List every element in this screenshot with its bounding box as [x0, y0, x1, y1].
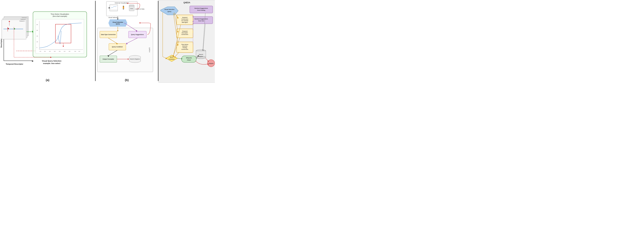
q4eda-side-label: Q4EDA [148, 47, 150, 52]
svg-text:Outputs: Outputs [208, 63, 214, 64]
visual-selection-label: Visual Selection [107, 17, 120, 18]
svg-text:0: 0 [36, 47, 37, 48]
svg-text:Combiner: Combiner [169, 58, 174, 60]
svg-rect-26 [110, 5, 118, 10]
mini-left-arrow [108, 6, 110, 9]
ext-viz-inner: 🧍 Data [106, 4, 137, 11]
svg-text:Wikipedia: Wikipedia [186, 57, 192, 59]
svg-text:Time-Series: Time-Series [182, 44, 188, 45]
data-type-conversion-box: Data-Type Conversion [100, 31, 117, 38]
svg-text:1830: 1830 [49, 51, 51, 52]
svg-rect-54 [176, 15, 193, 25]
data-label: Data [130, 8, 133, 9]
svg-text:Conversion: Conversion [182, 34, 188, 35]
dataset-1-card: Dataset 1 [2, 20, 26, 39]
query-suggestions-box: Query Suggestions [128, 31, 146, 38]
query-combiner-box: Query Combiner [109, 43, 126, 50]
svg-text:Nominal Suggestions: Nominal Suggestions [194, 18, 208, 20]
svg-line-95 [163, 57, 166, 58]
svg-line-101 [175, 52, 179, 57]
part-a: Categorical Descriptor Temporal Descript… [0, 0, 95, 83]
svg-text:40: 40 [36, 35, 38, 37]
person-icon: 🧍 [121, 6, 126, 10]
svg-text:Descriptor: Descriptor [182, 32, 188, 34]
svg-text:Keyword: Keyword [182, 17, 188, 18]
svg-text:1920: 1920 [64, 51, 66, 52]
ext-viz-box: External Visualization [106, 1, 138, 16]
search-engines-container: Search Engines [128, 55, 142, 63]
svg-rect-71 [182, 56, 196, 62]
part-c: Q4EDA Visual Selection Query Nominal Sug… [158, 0, 215, 83]
svg-text:60: 60 [36, 30, 38, 31]
axis-line-horizontal [4, 61, 32, 61]
main-container: Categorical Descriptor Temporal Descript… [0, 0, 215, 83]
ext-viz-title: External Visualization [106, 1, 137, 4]
ts-visualization-box: Time-Series Visualization(line-chart exa… [33, 11, 87, 57]
part-label-a: (a) [46, 78, 49, 82]
svg-text:1860: 1860 [54, 51, 56, 52]
svg-marker-42 [139, 22, 140, 23]
svg-text:Visual Selection: Visual Selection [164, 9, 174, 10]
part-b: External Visualization [96, 0, 158, 83]
svg-text:Engine: Engine [199, 56, 203, 57]
svg-text:80: 80 [36, 24, 38, 25]
svg-text:Search: Search [199, 54, 203, 55]
arrow-right-icon [32, 60, 34, 62]
output-formatter-box: Output Formatter [100, 56, 117, 63]
data-cylinder: Data [129, 5, 134, 11]
dataset-1-label: Dataset 1 [20, 20, 25, 22]
svg-text:Selected: Selected [182, 45, 188, 47]
part-label-b: (b) [125, 78, 129, 82]
svg-text:from Text: from Text [198, 20, 204, 22]
svg-text:Output: Output [187, 59, 191, 61]
svg-text:Query: Query [168, 11, 171, 12]
vsq-hex-container: Visual SelectionQuery [108, 19, 127, 27]
svg-text:Temporal: Temporal [182, 30, 188, 32]
part-c-svg: Visual Selection Query Nominal Suggestio… [158, 0, 215, 83]
svg-text:Nominal Suggestions: Nominal Suggestions [194, 7, 208, 9]
svg-line-103 [178, 58, 182, 59]
dataset-blue-line [4, 29, 23, 29]
svg-rect-7 [56, 24, 71, 43]
dataset-green-dot [14, 28, 15, 29]
ts-chart: 80 60 40 20 0 [36, 19, 84, 54]
mini-screen [110, 4, 118, 11]
svg-text:data-types: data-types [182, 22, 188, 23]
svg-text:from Finding: from Finding [197, 9, 205, 11]
ts-title: Time-Series Visualization(line-chart exa… [33, 13, 86, 17]
svg-text:1810: 1810 [44, 51, 46, 52]
svg-text:1960: 1960 [68, 51, 70, 52]
svg-text:20: 20 [36, 41, 38, 42]
dataset-red-arrow [8, 27, 8, 31]
svg-marker-28 [109, 7, 110, 9]
svg-text:2000: 2000 [74, 51, 76, 52]
axis-temporal-label: Temporal Descriptor [6, 63, 23, 65]
cylinder-shape: Data [129, 5, 134, 11]
svg-text:Finding: Finding [182, 47, 187, 48]
search-engines-shape: Search Engines [129, 55, 141, 63]
search-engines-label: Search Engines [130, 58, 140, 60]
svg-text:2020: 2020 [78, 51, 80, 52]
vqs-label: Visual Query Selectionexample: box-selec… [35, 60, 68, 65]
vsq-hexagon: Visual SelectionQuery [108, 19, 127, 27]
svg-text:Conversion: Conversion [182, 49, 188, 50]
svg-text:Conversion: Conversion [182, 18, 188, 20]
access-to-data-label: Access to Data [135, 8, 144, 10]
svg-text:for nominal: for nominal [182, 20, 188, 21]
svg-text:1890: 1890 [59, 51, 60, 52]
datasets-area: Dataset 3 Dataset 2 Dataset 1 [2, 16, 30, 49]
svg-line-111 [206, 58, 208, 61]
svg-marker-9 [62, 46, 64, 47]
svg-text:1790: 1790 [39, 51, 41, 52]
